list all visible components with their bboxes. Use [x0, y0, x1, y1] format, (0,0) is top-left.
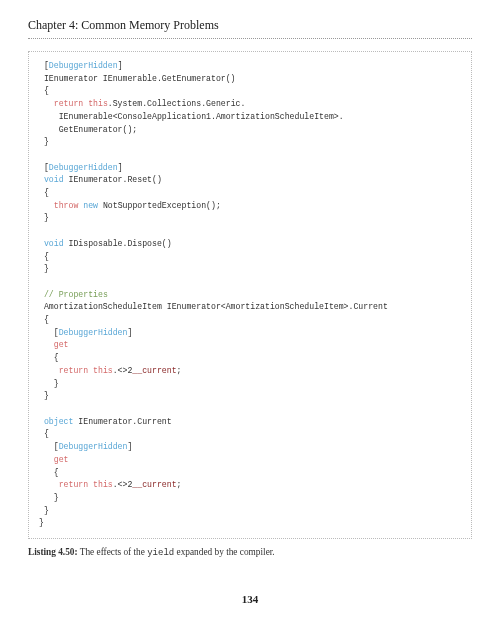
code-line: return this.<>2__current; [39, 365, 461, 378]
code-line: get [39, 339, 461, 352]
code-line: // Properties [39, 289, 461, 302]
listing-text-after: expanded by the compiler. [174, 547, 274, 557]
code-token: { [39, 188, 49, 197]
code-block: [DebuggerHidden] IEnumerator IEnumerable… [28, 51, 472, 539]
code-token: } [39, 506, 49, 515]
code-token: [ [39, 442, 59, 451]
code-line: return this.<>2__current; [39, 479, 461, 492]
code-token: { [39, 315, 49, 324]
code-line: { [39, 428, 461, 441]
listing-caption: Listing 4.50: The effects of the yield e… [28, 547, 472, 558]
code-line: { [39, 251, 461, 264]
code-token: GetEnumerator(); [39, 125, 137, 134]
code-token: } [39, 264, 49, 273]
code-line: } [39, 378, 461, 391]
code-line: [DebuggerHidden] [39, 60, 461, 73]
code-line: } [39, 263, 461, 276]
code-token: .System.Collections.Generic. [108, 99, 246, 108]
code-line: { [39, 85, 461, 98]
code-line [39, 403, 461, 416]
code-line: { [39, 467, 461, 480]
code-line: } [39, 390, 461, 403]
code-token: return this [59, 366, 113, 375]
code-token: __current [132, 480, 176, 489]
code-token: // Properties [44, 290, 108, 299]
code-token: return this [59, 480, 113, 489]
code-token: } [39, 518, 44, 527]
code-token [39, 99, 54, 108]
code-line [39, 225, 461, 238]
code-line: throw new NotSupportedException(); [39, 200, 461, 213]
code-token [39, 366, 59, 375]
code-token: ] [118, 61, 123, 70]
code-line: void IEnumerator.Reset() [39, 174, 461, 187]
code-token: object [44, 417, 73, 426]
code-token [39, 455, 54, 464]
code-token: [ [39, 328, 59, 337]
code-token [39, 201, 54, 210]
code-token: AmortizationScheduleItem IEnumerator<Amo… [39, 302, 388, 311]
listing-text-before: The effects of the [78, 547, 148, 557]
code-token: new [83, 201, 98, 210]
code-token: IDisposable.Dispose() [64, 239, 172, 248]
code-line: } [39, 505, 461, 518]
listing-mono: yield [147, 548, 174, 558]
code-token: return this [54, 99, 108, 108]
code-token: { [39, 86, 49, 95]
code-line: get [39, 454, 461, 467]
code-token: ] [127, 328, 132, 337]
code-token: IEnumerable<ConsoleApplication1.Amortiza… [39, 112, 344, 121]
code-token: void [44, 239, 64, 248]
code-line: void IDisposable.Dispose() [39, 238, 461, 251]
code-token: IEnumerator.Reset() [64, 175, 162, 184]
code-line: IEnumerable<ConsoleApplication1.Amortiza… [39, 111, 461, 124]
code-line: { [39, 187, 461, 200]
code-token: __current [132, 366, 176, 375]
code-token: [ [39, 61, 49, 70]
code-token: { [39, 353, 59, 362]
code-token: } [39, 137, 49, 146]
code-token [39, 277, 44, 286]
code-token: DebuggerHidden [59, 442, 128, 451]
code-token: { [39, 252, 49, 261]
code-line: } [39, 212, 461, 225]
code-line: } [39, 492, 461, 505]
code-token: DebuggerHidden [59, 328, 128, 337]
code-token [39, 480, 59, 489]
code-line: { [39, 352, 461, 365]
code-token: ; [177, 480, 182, 489]
code-token: } [39, 379, 59, 388]
code-line: return this.System.Collections.Generic. [39, 98, 461, 111]
code-line: [DebuggerHidden] [39, 162, 461, 175]
code-token: ] [118, 163, 123, 172]
code-token [39, 226, 44, 235]
code-token: get [54, 455, 69, 464]
code-token: throw [54, 201, 79, 210]
code-token: } [39, 213, 49, 222]
code-token [39, 340, 54, 349]
code-token: ; [177, 366, 182, 375]
code-line: [DebuggerHidden] [39, 327, 461, 340]
code-token: } [39, 391, 49, 400]
code-token: get [54, 340, 69, 349]
chapter-title: Chapter 4: Common Memory Problems [28, 18, 472, 39]
code-line: AmortizationScheduleItem IEnumerator<Amo… [39, 301, 461, 314]
code-line: object IEnumerator.Current [39, 416, 461, 429]
code-token: IEnumerator.Current [73, 417, 171, 426]
code-line: [DebuggerHidden] [39, 441, 461, 454]
code-token: NotSupportedException(); [98, 201, 221, 210]
code-line: } [39, 136, 461, 149]
code-token: } [39, 493, 59, 502]
code-line: } [39, 517, 461, 530]
code-token: .<>2 [113, 480, 133, 489]
code-line: GetEnumerator(); [39, 124, 461, 137]
code-token: void [44, 175, 64, 184]
code-token: DebuggerHidden [49, 61, 118, 70]
code-line [39, 276, 461, 289]
code-token: IEnumerator IEnumerable.GetEnumerator() [39, 74, 236, 83]
code-token: { [39, 429, 49, 438]
code-token: { [39, 468, 59, 477]
code-token [39, 404, 44, 413]
code-line: { [39, 314, 461, 327]
code-token: [ [39, 163, 49, 172]
